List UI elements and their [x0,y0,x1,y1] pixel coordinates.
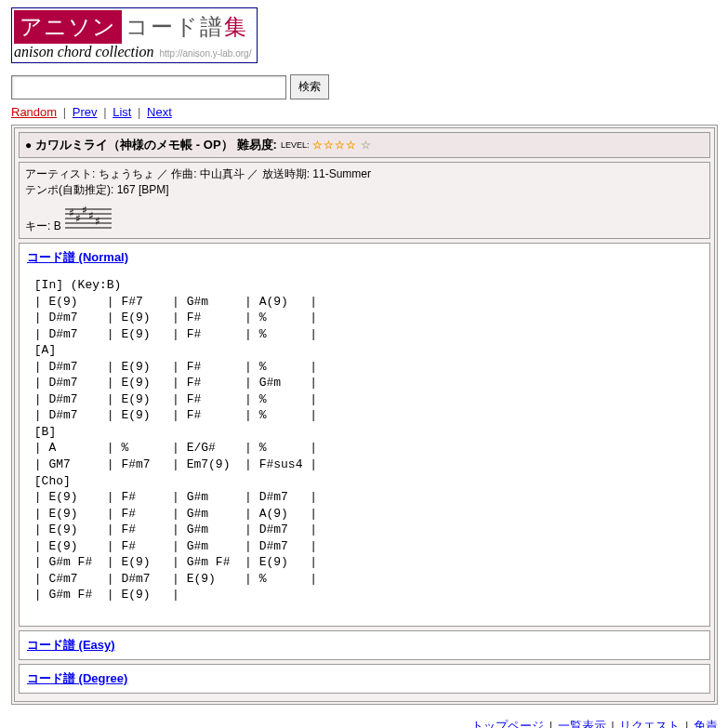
nav-links: Random | Prev | List | Next [11,105,718,119]
site-banner[interactable]: アニソン コード譜集 anison chord collection http:… [11,7,258,63]
banner-subtitle-en: anison chord collection [14,44,154,60]
meta-artist-line: アーティスト: ちょうちょ ／ 作曲: 中山真斗 ／ 放送時期: 11-Summ… [25,166,704,182]
banner-logo-box: アニソン [14,10,122,44]
footer-links: トップページ | 一覧表示 | リクエスト | 免責 [11,718,718,728]
song-title: カワルミライ（神様のメモ帳 - OP） [35,137,232,153]
meta-tempo-line: テンポ(自動推定): 167 [BPM] [25,182,704,198]
chord-degree-link[interactable]: コード譜 (Degree) [27,671,127,685]
difficulty-label: 難易度: [237,137,277,153]
search-input[interactable] [11,75,286,99]
footer-top[interactable]: トップページ [471,719,544,728]
chord-section-normal: コード譜 (Normal) [In] (Key:B) | E(9) | F#7 … [19,243,710,627]
search-form: 検索 [11,74,718,99]
svg-text:♯: ♯ [69,206,74,219]
svg-text:♯: ♯ [95,215,100,228]
search-button[interactable]: 検索 [290,74,329,99]
bullet-icon: ● [25,139,32,152]
stars-full: ☆☆☆☆ [312,139,357,152]
footer-list[interactable]: 一覧表示 [558,719,606,728]
chord-section-easy: コード譜 (Easy) [19,630,710,660]
nav-random[interactable]: Random [11,105,57,119]
stars-empty: ☆ [361,139,372,152]
nav-next[interactable]: Next [147,105,172,119]
svg-text:♯: ♯ [88,209,94,222]
footer-request[interactable]: リクエスト [619,719,680,728]
footer-disclaimer[interactable]: 免責 [694,719,718,728]
song-meta: アーティスト: ちょうちょ ／ 作曲: 中山真斗 ／ 放送時期: 11-Summ… [19,162,710,239]
chord-normal-link[interactable]: コード譜 (Normal) [27,250,128,264]
song-title-bar: ● カワルミライ（神様のメモ帳 - OP） 難易度: LEVEL: ☆☆☆☆☆ [19,132,710,158]
level-label: LEVEL: [281,140,310,150]
nav-list[interactable]: List [113,105,131,119]
chord-section-degree: コード譜 (Degree) [19,664,710,694]
nav-prev[interactable]: Prev [73,105,98,119]
banner-logo-rest: コード譜集 [126,12,248,42]
key-label: キー: B [25,218,61,234]
chord-text: [In] (Key:B) | E(9) | F#7 | G#m | A(9) |… [27,277,702,603]
banner-url: http://anison.y-lab.org/ [160,48,252,59]
content-panel: ● カワルミライ（神様のメモ帳 - OP） 難易度: LEVEL: ☆☆☆☆☆ … [11,125,718,705]
chord-easy-link[interactable]: コード譜 (Easy) [27,638,115,652]
svg-text:♯: ♯ [82,204,87,217]
svg-text:♯: ♯ [75,212,81,225]
key-staff-icon: ♯ ♯ ♯ ♯ ♯ [65,200,112,234]
